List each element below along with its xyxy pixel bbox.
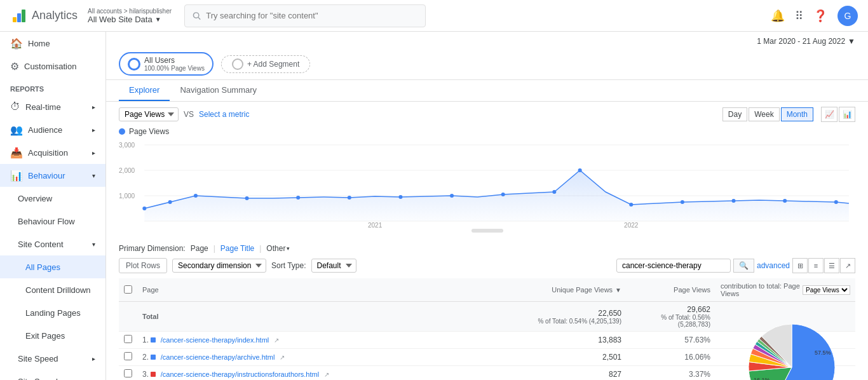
- search-bar[interactable]: [184, 4, 426, 27]
- chart-area: Page Views 3,000 2,000 1,000 2021 2022: [106, 127, 868, 239]
- add-segment-button[interactable]: + Add Segment: [221, 55, 310, 73]
- external-link-icon[interactable]: ↗: [324, 371, 329, 378]
- external-link-icon[interactable]: ↗: [274, 337, 279, 344]
- date-range-label: 1 Mar 2020 - 21 Aug 2022: [757, 37, 845, 46]
- home-icon: 🏠: [10, 37, 23, 50]
- week-button[interactable]: Week: [749, 107, 779, 121]
- unique-pv-cell: 827: [525, 366, 627, 381]
- secondary-dimension-select[interactable]: Secondary dimension: [172, 259, 266, 273]
- apps-icon[interactable]: ⠿: [795, 9, 803, 23]
- external-link-icon[interactable]: ↗: [280, 354, 285, 361]
- list-view-button[interactable]: ≡: [808, 258, 824, 273]
- svg-point-25: [629, 203, 633, 207]
- help-icon[interactable]: ❓: [813, 9, 827, 23]
- legend-dot: [119, 128, 125, 135]
- svg-point-21: [450, 194, 454, 198]
- month-button[interactable]: Month: [781, 107, 813, 121]
- sidebar-item-all-pages[interactable]: All Pages: [0, 255, 105, 278]
- sidebar-item-realtime[interactable]: ⏱ Real-time: [0, 95, 105, 118]
- add-segment-circle: [232, 58, 243, 70]
- acquisition-icon: 📥: [10, 147, 23, 159]
- pv-pct-cell: 16.06%: [627, 349, 715, 366]
- avatar[interactable]: G: [837, 6, 858, 26]
- detail-view-button[interactable]: ☰: [824, 258, 839, 273]
- filter-input[interactable]: [616, 259, 731, 273]
- sort-type-select[interactable]: Default: [311, 259, 356, 273]
- select-metric-link[interactable]: Select a metric: [199, 110, 249, 119]
- scroll-bar[interactable]: [471, 229, 503, 233]
- realtime-icon: ⏱: [10, 101, 20, 112]
- svg-point-20: [398, 195, 402, 199]
- sidebar: 🏠 Home ⚙ Customisation REPORTS ⏱ Real-ti…: [0, 32, 106, 380]
- svg-point-28: [783, 199, 787, 203]
- nav-icons: 🔔 ⠿ ❓ G: [771, 6, 858, 26]
- filter-search-button[interactable]: 🔍: [733, 259, 754, 273]
- sidebar-item-behaviour-flow[interactable]: Behaviour Flow: [0, 210, 105, 233]
- breadcrumb: All accounts > hilarispublisher All Web …: [88, 8, 172, 24]
- unique-pv-cell: 2,501: [525, 349, 627, 366]
- pie-label-1: 57.5%: [815, 349, 831, 356]
- svg-point-24: [578, 168, 582, 172]
- svg-text:3,000: 3,000: [119, 142, 135, 149]
- row-color-indicator: [151, 337, 156, 343]
- pd-option-other[interactable]: Other ▾: [266, 244, 290, 253]
- behaviour-icon: 📊: [10, 170, 23, 182]
- top-nav: Analytics All accounts > hilarispublishe…: [0, 0, 868, 32]
- line-chart-button[interactable]: 📈: [821, 107, 837, 122]
- contribution-metric-select[interactable]: Page Views: [803, 285, 850, 295]
- row-color-indicator: [151, 355, 156, 360]
- th-contribution: contribution to total: Page Views Page V…: [715, 278, 855, 302]
- sidebar-item-audience[interactable]: 👥 Audience: [0, 118, 105, 141]
- breadcrumb-bottom[interactable]: All Web Site Data ▼: [88, 15, 172, 24]
- row-checkbox-2[interactable]: [124, 369, 132, 377]
- page-link[interactable]: /cancer-science-therapy/instructionsfora…: [161, 370, 319, 378]
- sidebar-item-customisation[interactable]: ⚙ Customisation: [0, 55, 105, 78]
- page-link[interactable]: /cancer-science-therapy/archive.html: [161, 353, 275, 361]
- metric-select[interactable]: Page Views: [119, 107, 179, 121]
- search-input[interactable]: [206, 11, 417, 20]
- svg-text:2022: 2022: [624, 222, 639, 227]
- svg-point-16: [194, 194, 198, 198]
- tab-navigation-summary[interactable]: Navigation Summary: [170, 80, 267, 101]
- sidebar-item-site-content[interactable]: Site Content: [0, 233, 105, 255]
- row-checkbox-0[interactable]: [124, 335, 132, 343]
- view-buttons: ⊞ ≡ ☰ ↗: [792, 258, 855, 273]
- svg-rect-1: [17, 13, 21, 22]
- export-button[interactable]: ↗: [840, 258, 855, 273]
- notifications-icon[interactable]: 🔔: [771, 9, 785, 23]
- unique-pv-sort-arrow[interactable]: ▼: [615, 287, 621, 294]
- select-all-checkbox[interactable]: [124, 285, 132, 294]
- svg-point-26: [681, 200, 684, 204]
- pd-option-page-title[interactable]: Page Title: [220, 244, 254, 253]
- customisation-icon: ⚙: [10, 60, 19, 72]
- plot-rows-button[interactable]: Plot Rows: [119, 258, 167, 273]
- all-users-segment[interactable]: All Users 100.00% Page Views: [119, 52, 214, 76]
- svg-point-29: [834, 200, 838, 204]
- sidebar-item-acquisition[interactable]: 📥 Acquisition: [0, 141, 105, 164]
- row-checkbox-1[interactable]: [124, 352, 132, 360]
- chart-scroll-indicator[interactable]: [119, 227, 855, 234]
- sidebar-item-home[interactable]: 🏠 Home: [0, 32, 105, 55]
- sidebar-item-landing-pages[interactable]: Landing Pages: [0, 301, 105, 324]
- pd-option-page[interactable]: Page: [191, 244, 208, 253]
- svg-text:1,000: 1,000: [119, 193, 135, 200]
- grid-view-button[interactable]: ⊞: [792, 258, 808, 273]
- tabs-bar: Explorer Navigation Summary: [106, 80, 868, 102]
- tab-explorer[interactable]: Explorer: [119, 80, 170, 101]
- page-link[interactable]: /cancer-science-therapy/index.html: [161, 336, 269, 344]
- svg-point-19: [348, 196, 351, 200]
- svg-text:2021: 2021: [368, 222, 383, 227]
- sidebar-item-content-drilldown[interactable]: Content Drilldown: [0, 278, 105, 301]
- svg-point-22: [501, 193, 505, 196]
- sidebar-item-site-speed[interactable]: Site Speed: [0, 347, 105, 370]
- sidebar-item-overview[interactable]: Overview: [0, 187, 105, 210]
- sidebar-item-exit-pages[interactable]: Exit Pages: [0, 324, 105, 347]
- advanced-filter-link[interactable]: advanced: [757, 261, 790, 270]
- bar-chart-button[interactable]: 📊: [839, 107, 855, 122]
- breadcrumb-top: All accounts > hilarispublisher: [88, 8, 172, 15]
- sidebar-item-site-search[interactable]: Site Search: [0, 370, 105, 380]
- time-granularity-controls: Day Week Month: [722, 107, 813, 121]
- day-button[interactable]: Day: [722, 107, 747, 121]
- date-range-button[interactable]: 1 Mar 2020 - 21 Aug 2022 ▼: [757, 37, 855, 46]
- sidebar-item-behaviour[interactable]: 📊 Behaviour: [0, 164, 105, 187]
